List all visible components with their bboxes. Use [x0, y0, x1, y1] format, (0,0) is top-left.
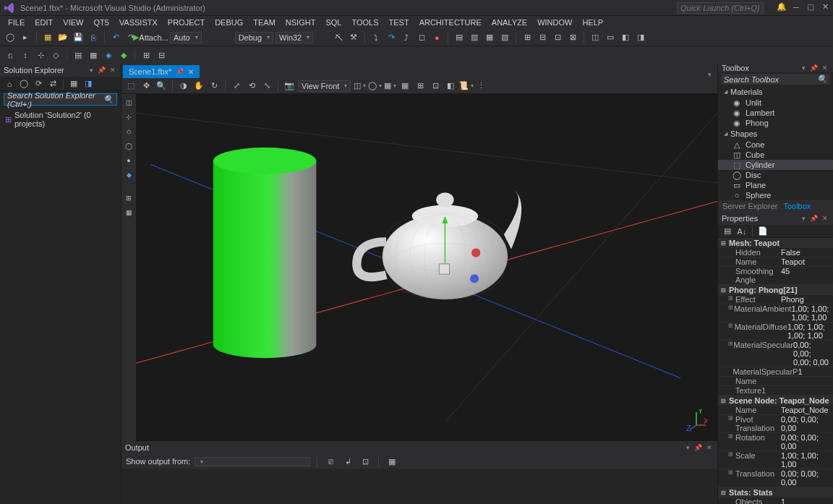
et-shade-icon[interactable]: ◧ — [444, 80, 457, 93]
menu-debug[interactable]: DEBUG — [210, 17, 248, 28]
toolbox-dropdown-icon[interactable]: ▾ — [800, 64, 807, 72]
prop-row-sn-name[interactable]: NameTeapot_Node — [718, 406, 833, 415]
et-render-icon[interactable]: ▦ — [383, 80, 396, 93]
sol-refresh-icon[interactable]: ⟳ — [32, 77, 45, 90]
document-tab[interactable]: Scene1.fbx* 📌 ✕ — [123, 65, 200, 78]
tool-icon-2[interactable]: ⚒ — [347, 31, 360, 44]
et-snap-icon[interactable]: ⊞ — [414, 80, 427, 93]
viewport-3d[interactable]: Y X Z — [136, 94, 717, 441]
tb2-c[interactable]: ⊹ — [34, 48, 47, 61]
et-cam-icon[interactable]: 📷 — [283, 80, 296, 93]
tab-dropdown-icon[interactable]: ▾ — [706, 71, 713, 78]
tb2-e[interactable]: ▤ — [72, 48, 85, 61]
output-icon-c[interactable]: ⊡ — [359, 455, 372, 468]
vps-f[interactable]: ◆ — [123, 169, 134, 181]
tb2-d[interactable]: ◇ — [49, 48, 62, 61]
et-grid-icon[interactable]: ▦ — [398, 80, 411, 93]
menu-team[interactable]: TEAM — [248, 17, 281, 28]
vps-d[interactable]: ◯ — [123, 140, 134, 152]
prop-row-rotation[interactable]: ⊞Rotation0,00; 0,00; 0,00 — [718, 433, 833, 451]
prop-alpha-icon[interactable]: A↓ — [735, 225, 748, 238]
pin-tab-icon[interactable]: 📌 — [176, 68, 184, 75]
prop-row-effect[interactable]: ⊞EffectPhong — [718, 295, 833, 304]
et-pan-icon[interactable]: ✋ — [192, 80, 205, 93]
toolbox-item-cube[interactable]: ◫Cube — [718, 150, 833, 160]
tb-icon-h[interactable]: ⊠ — [566, 31, 579, 44]
et-rotatecam-icon[interactable]: ↻ — [208, 80, 221, 93]
tab-toolbox[interactable]: Toolbox — [783, 202, 811, 210]
prop-row-pivot[interactable]: ⊞Pivot Translation0,00; 0,00; 0,00 — [718, 415, 833, 433]
toolbox-item-cone[interactable]: △Cone — [718, 140, 833, 150]
properties-close-icon[interactable]: ✕ — [821, 215, 829, 222]
tb2-j[interactable]: ⊟ — [155, 48, 168, 61]
et-move-icon[interactable]: ✥ — [140, 80, 153, 93]
et-scale-icon[interactable]: ⤡ — [260, 80, 273, 93]
platform-dropdown[interactable]: Win32 — [275, 32, 313, 43]
toolbox-group-shapes[interactable]: Shapes — [718, 128, 833, 140]
tb-icon-i[interactable]: ◫ — [589, 31, 602, 44]
tb-breakpoint-icon[interactable]: ● — [430, 31, 443, 44]
nav-back-icon[interactable]: ◯ — [4, 31, 17, 44]
tb-icon-c[interactable]: ▦ — [483, 31, 496, 44]
config-dropdown[interactable]: Debug — [235, 32, 273, 43]
output-wrap-icon[interactable]: ↲ — [341, 455, 354, 468]
vps-a[interactable]: ◫ — [123, 97, 134, 108]
prop-row-texture[interactable]: Texture1 — [718, 386, 833, 396]
menu-sql[interactable]: SQL — [320, 17, 346, 28]
et-cube-icon[interactable]: ◫ — [353, 80, 366, 93]
prop-row-hidden[interactable]: HiddenFalse — [718, 248, 833, 257]
mode-dropdown[interactable]: Auto — [170, 32, 202, 43]
toolbox-close-icon[interactable]: ✕ — [821, 64, 829, 72]
toolbox-item-disc[interactable]: ◯Disc — [718, 170, 833, 180]
prop-categorized-icon[interactable]: ▤ — [721, 225, 734, 238]
solution-explorer-search[interactable]: Search Solution Explorer (Ctrl+;) 🔍 — [4, 93, 117, 106]
minimize-button[interactable]: ─ — [791, 2, 801, 12]
properties-pin-icon[interactable]: 📌 — [808, 215, 819, 222]
tb-icon-f[interactable]: ⊟ — [536, 31, 549, 44]
notifications-icon[interactable]: 🔔 — [777, 2, 787, 12]
menu-help[interactable]: HELP — [577, 17, 608, 28]
tb-icon-g[interactable]: ⊡ — [551, 31, 564, 44]
tb2-i[interactable]: ⊞ — [140, 48, 153, 61]
tb2-f[interactable]: ▦ — [87, 48, 100, 61]
sol-showall-icon[interactable]: ▦ — [67, 77, 80, 90]
axis-gizmo[interactable]: Y X Z — [685, 409, 707, 431]
toolbox-pin-icon[interactable]: 📌 — [808, 64, 819, 72]
vps-e[interactable]: ● — [123, 155, 134, 166]
sol-sync-icon[interactable]: ⇄ — [46, 77, 59, 90]
et-rotate-icon[interactable]: ⟲ — [245, 80, 258, 93]
tb2-b[interactable]: ↕ — [19, 48, 32, 61]
tb-icon-e[interactable]: ⊞ — [521, 31, 534, 44]
tb2-a[interactable]: ⎌ — [4, 48, 17, 61]
menu-file[interactable]: FILE — [3, 17, 30, 28]
prop-row-specular[interactable]: ⊞MaterialSpecular0,00; 0,00; 0,00; 0,00 — [718, 341, 833, 367]
menu-edit[interactable]: EDIT — [30, 17, 58, 28]
tb-icon-k[interactable]: ◧ — [619, 31, 632, 44]
prop-cat-scenenode[interactable]: Scene Node: Teapot_Node — [718, 396, 833, 406]
menu-window[interactable]: WINDOW — [532, 17, 577, 28]
vps-b[interactable]: ⊹ — [123, 111, 134, 123]
menu-view[interactable]: VIEW — [58, 17, 88, 28]
panel-dropdown-icon[interactable]: ▾ — [88, 67, 95, 74]
tb-icon-d[interactable]: ▧ — [498, 31, 511, 44]
start-button[interactable]: ▶ Attach... — [147, 31, 160, 44]
sol-home-icon[interactable]: ⌂ — [3, 77, 16, 90]
output-dropdown-icon[interactable]: ▾ — [685, 444, 691, 451]
et-more-icon[interactable]: ⋮ — [474, 80, 487, 93]
menu-qt5[interactable]: QT5 — [88, 17, 114, 28]
prop-row-name[interactable]: NameTeapot — [718, 257, 833, 267]
prop-row-diffuse[interactable]: ⊞MaterialDiffuse1,00; 1,00; 1,00; 1,00 — [718, 323, 833, 341]
toolbox-item-unlit[interactable]: ◉Unlit — [718, 98, 833, 108]
output-pin-icon[interactable]: 📌 — [693, 444, 704, 451]
menu-test[interactable]: TEST — [384, 17, 414, 28]
close-button[interactable]: ✕ — [820, 2, 830, 12]
et-sphere-icon[interactable]: ◯ — [368, 80, 381, 93]
tb-icon-b[interactable]: ▥ — [468, 31, 481, 44]
toolbox-item-plane[interactable]: ▭Plane — [718, 180, 833, 190]
prop-cat-mesh[interactable]: Mesh: Teapot — [718, 238, 833, 248]
undo-icon[interactable]: ↶ — [109, 31, 122, 44]
tb2-h[interactable]: ◆ — [117, 48, 130, 61]
quick-launch-input[interactable] — [677, 2, 764, 14]
output-icon-d[interactable]: ▦ — [385, 455, 398, 468]
menu-vassistx[interactable]: VASSISTX — [114, 17, 163, 28]
